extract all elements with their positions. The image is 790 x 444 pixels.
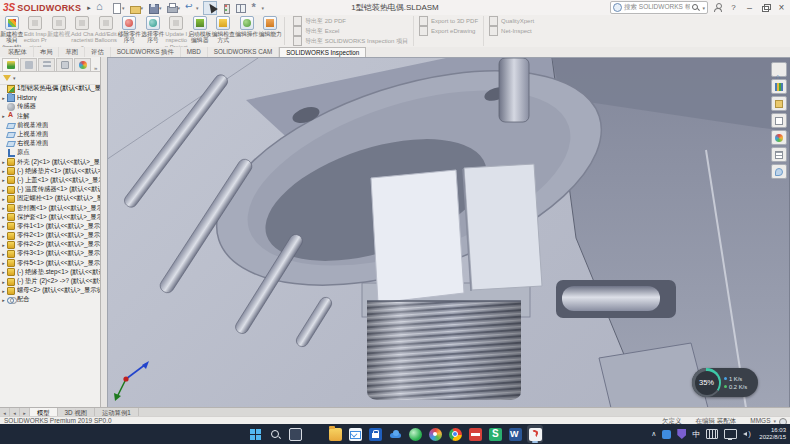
tree-item[interactable]: 上视基准面 xyxy=(0,130,100,139)
task-pane-forum-button[interactable] xyxy=(771,164,787,179)
tree-item[interactable]: 零件5<1> (默认<<默认>_显示状 xyxy=(0,259,100,268)
tab-装配体[interactable]: 装配体 xyxy=(2,47,34,57)
new-doc-button[interactable] xyxy=(110,2,126,14)
expand-arrow-icon[interactable] xyxy=(0,187,7,193)
export-item[interactable]: 导出至 SOLIDWORKS Inspection 项目 xyxy=(293,36,408,46)
tree-item[interactable]: (-) 垫片 (2)<2> ->? (默认<<默认> xyxy=(0,277,100,286)
open-button[interactable] xyxy=(129,2,145,14)
expand-arrow-icon[interactable] xyxy=(0,279,7,285)
tab-featuremanager[interactable] xyxy=(2,58,19,71)
tab-solidworks-插件[interactable]: SOLIDWORKS 插件 xyxy=(111,47,181,57)
expand-arrow-icon[interactable] xyxy=(0,242,7,248)
graphics-viewport[interactable]: 35% 1 K/s 0.2 K/s xyxy=(106,57,790,408)
expand-arrow-icon[interactable] xyxy=(0,177,7,183)
ribbon-button[interactable]: 新建检视 xyxy=(47,15,71,46)
tab-评估[interactable]: 评估 xyxy=(85,47,111,57)
task-pane-file-explorer-button[interactable] xyxy=(771,96,787,111)
expand-arrow-icon[interactable] xyxy=(0,168,7,174)
search-icon[interactable] xyxy=(692,4,700,12)
tree-root-item[interactable]: 1型铠装热电偶 (默认<默认_显示状态-1 xyxy=(0,84,100,93)
speed-monitor-overlay[interactable]: 35% 1 K/s 0.2 K/s xyxy=(692,368,758,397)
tab-mbd[interactable]: MBD xyxy=(181,47,208,57)
tree-item[interactable]: 注解 xyxy=(0,112,100,121)
tree-item[interactable]: 零件3<1> (默认<<默认>_显示状 xyxy=(0,249,100,258)
ribbon-button[interactable]: Update Inspection Project xyxy=(165,15,189,46)
ribbon-button[interactable]: 选择零件序号 xyxy=(141,15,165,46)
tab-dimxpertmanager[interactable] xyxy=(56,58,73,71)
security-shield-icon[interactable] xyxy=(677,429,686,439)
ribbon-button[interactable]: 启动模板编辑器 xyxy=(188,15,212,46)
tree-item[interactable]: 密封圈<1> (默认<<默认>_显示状 xyxy=(0,203,100,212)
red-app-taskbar-button[interactable] xyxy=(467,425,483,443)
browser-green-taskbar-button[interactable] xyxy=(407,425,423,443)
tree-item[interactable]: 前视基准面 xyxy=(0,121,100,130)
monitor-icon[interactable] xyxy=(724,429,737,439)
panel-splitter[interactable] xyxy=(100,57,108,407)
restore-button[interactable] xyxy=(759,2,772,14)
ribbon-button[interactable]: Add/Edit Balloons xyxy=(94,15,118,46)
export-item[interactable]: 导出至 2D PDF xyxy=(293,16,408,26)
tree-item[interactable]: 零件2<2> (默认<<默认>_显示状 xyxy=(0,240,100,249)
save-button[interactable] xyxy=(147,2,163,14)
options-gear-button[interactable] xyxy=(250,2,266,14)
tab-displaymanager[interactable] xyxy=(74,58,91,71)
rebuild-button[interactable] xyxy=(220,2,232,14)
dropdown-icon[interactable] xyxy=(122,5,125,11)
task-pane-view-palette-button[interactable] xyxy=(771,113,787,128)
ribbon-button[interactable]: Add Characteristic xyxy=(71,15,95,46)
expand-arrow-icon[interactable] xyxy=(0,288,7,294)
select-cursor-button[interactable] xyxy=(203,1,217,15)
solidworks-taskbar-button[interactable] xyxy=(527,425,543,443)
dropdown-icon[interactable] xyxy=(196,5,199,11)
task-pane-design-library-button[interactable] xyxy=(771,79,787,94)
undo-button[interactable] xyxy=(184,2,200,14)
tab-propertymanager[interactable] xyxy=(20,58,37,71)
expand-arrow-icon[interactable] xyxy=(0,223,7,229)
task-pane-custom-properties-button[interactable] xyxy=(771,147,787,162)
microsoft-store-taskbar-button[interactable] xyxy=(367,425,383,443)
expand-arrow-icon[interactable] xyxy=(0,269,7,275)
panel-tabs-overflow-icon[interactable] xyxy=(94,65,97,71)
tree-item[interactable]: 传感器 xyxy=(0,102,100,111)
expand-arrow-icon[interactable] xyxy=(0,214,7,220)
solidworks-menu[interactable]: 3S SOLIDWORKS xyxy=(3,1,91,14)
chrome-taskbar-button[interactable] xyxy=(447,425,463,443)
login-button[interactable] xyxy=(711,2,724,14)
filter-dropdown-icon[interactable] xyxy=(13,75,16,81)
task-pane-appearances-button[interactable] xyxy=(771,130,787,145)
tree-item[interactable]: 右视基准面 xyxy=(0,139,100,148)
tab-configurationmanager[interactable] xyxy=(38,58,55,71)
expand-arrow-icon[interactable] xyxy=(0,113,7,119)
task-view-taskbar-button[interactable] xyxy=(287,425,303,443)
tree-item[interactable]: 外壳 (2)<1> (默认<<默认>_显示状 xyxy=(0,158,100,167)
tree-item[interactable]: History xyxy=(0,93,100,102)
tree-item[interactable]: 配合 xyxy=(0,295,100,304)
keyboard-icon[interactable] xyxy=(706,429,718,439)
search-dropdown-icon[interactable] xyxy=(702,5,705,11)
task-pane-resources-button[interactable] xyxy=(771,62,787,77)
ribbon-button[interactable]: Edit Inspection Project xyxy=(24,15,48,46)
ribbon-button[interactable]: 新建检查项目(imp:特) xyxy=(0,15,24,46)
expand-arrow-icon[interactable] xyxy=(0,297,7,303)
menu-expand-icon[interactable] xyxy=(87,4,91,12)
ime-indicator[interactable]: 中 xyxy=(692,429,700,440)
help-button[interactable]: ? xyxy=(727,2,740,14)
expand-arrow-icon[interactable] xyxy=(0,205,7,211)
ribbon-button[interactable]: 移除零件序号 xyxy=(118,15,142,46)
tray-overflow-icon[interactable] xyxy=(651,430,656,438)
dropdown-icon[interactable] xyxy=(262,5,265,11)
tree-item[interactable]: (-) 温度传感器<1> (默认<<默认>_ xyxy=(0,185,100,194)
expand-arrow-icon[interactable] xyxy=(0,260,7,266)
export-item[interactable]: Net-Inspect xyxy=(489,26,534,36)
start-taskbar-button[interactable] xyxy=(247,425,263,443)
tree-item[interactable]: 保护套<1> (默认<<默认>_显示状 xyxy=(0,213,100,222)
ribbon-button[interactable]: 编辑操作 xyxy=(235,15,259,46)
expand-arrow-icon[interactable] xyxy=(0,159,7,165)
mail-taskbar-button[interactable] xyxy=(347,425,363,443)
expand-arrow-icon[interactable] xyxy=(0,95,7,101)
ribbon-button[interactable]: 编辑能力 xyxy=(259,15,283,46)
print-button[interactable] xyxy=(166,2,182,14)
edge-browser-taskbar-button[interactable] xyxy=(307,425,323,443)
export-item[interactable]: QualityXpert xyxy=(489,16,534,26)
tree-item[interactable]: (-) 绝缘垫片<1> (默认<<默认>_显示 xyxy=(0,167,100,176)
